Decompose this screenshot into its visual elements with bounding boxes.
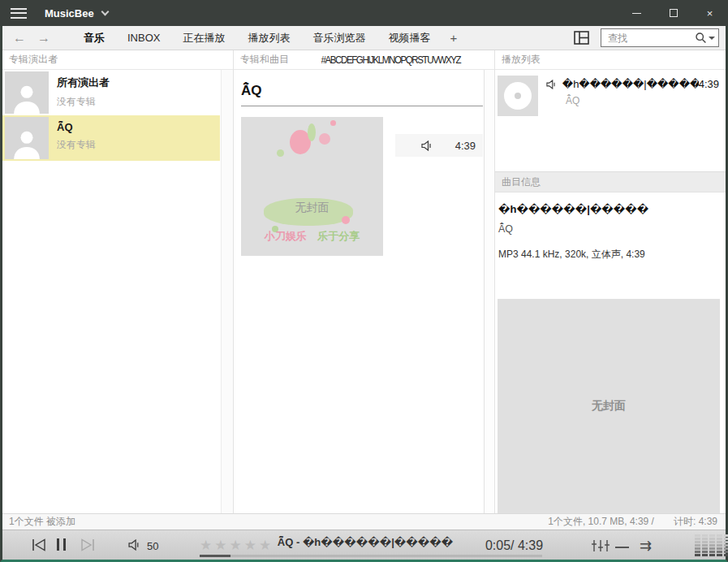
now-playing-text[interactable]: Ã̂Q - �h������|�����: [223, 536, 507, 548]
volume-level[interactable]: 50: [147, 540, 158, 552]
artists-scrollbar[interactable]: [221, 70, 233, 513]
tab-music-explorer[interactable]: 音乐浏览器: [301, 26, 377, 50]
tab-music[interactable]: 音乐: [72, 26, 116, 50]
playing-panel: 播放列表 �h������|����� 4:39 Ã̂Q: [495, 50, 726, 513]
tab-now-playing[interactable]: 正在播放: [171, 26, 236, 50]
speaker-icon: [546, 80, 557, 89]
search-input[interactable]: [606, 32, 695, 45]
player-bar: 50 ★★★★★ Ã̂Q - �h������|����� 0:05/ 4:39…: [2, 530, 726, 560]
app-title-label: MusicBee: [45, 7, 94, 19]
album-artists-panel: 专辑演出者 所有演出者 没有专辑: [2, 50, 234, 513]
seek-bar[interactable]: [200, 555, 542, 557]
add-tab-button[interactable]: +: [442, 26, 465, 50]
speaker-icon: [421, 140, 433, 151]
album-row: 无封面 小刀娱乐 乐于分享 4:39: [241, 117, 483, 256]
album-artists-header: 专辑演出者: [2, 50, 233, 70]
artist-row-all[interactable]: 所有演出者 没有专辑: [2, 70, 220, 115]
back-button[interactable]: ←: [7, 27, 32, 50]
track-duration: 4:39: [455, 140, 476, 152]
search-icon[interactable]: [695, 32, 707, 44]
forward-button[interactable]: →: [32, 27, 56, 50]
track-info-format: MP3 44.1 kHz, 320k, 立体声, 4:39: [498, 248, 719, 262]
artist-name: 所有演出者: [57, 76, 110, 90]
chevron-down-icon: [101, 7, 109, 15]
artist-name: Ã̂Q: [57, 121, 96, 133]
albums-tracks-headerbar: 专辑和曲目 #ABCDEFGHIJKLMNOPQRSTUVWXYZ: [234, 50, 494, 70]
track-info-header: 曲目信息: [495, 171, 726, 192]
playing-track-meta: �h������|����� 4:39 Ã̂Q: [538, 76, 719, 116]
search-box: [601, 28, 719, 47]
tab-inbox[interactable]: INBOX: [116, 26, 171, 50]
tab-video-podcast[interactable]: 视频播客: [377, 26, 442, 50]
track-row-playing[interactable]: 4:39: [395, 134, 483, 157]
watermark-text: 小刀娱乐 乐于分享: [241, 229, 383, 244]
volume-button[interactable]: [128, 539, 140, 551]
seek-progress-fill: [200, 555, 230, 557]
playing-track-row[interactable]: �h������|����� 4:39 Ã̂Q: [495, 70, 726, 116]
maximize-icon: [670, 9, 678, 17]
musicbee-window: MusicBee × ← → 音乐 INBOX 正在播放 播放列表 音乐浏览器 …: [0, 0, 728, 562]
minimize-button[interactable]: [618, 0, 655, 26]
album-cover-placeholder[interactable]: 无封面 小刀娱乐 乐于分享: [241, 117, 383, 256]
search-options-caret-icon[interactable]: [709, 37, 715, 40]
no-cover-label: 无封面: [592, 399, 626, 413]
close-icon: ×: [707, 7, 713, 19]
panel-layout-icon: [574, 31, 589, 45]
volume-icon: [128, 539, 140, 551]
artist-subtitle: 没有专辑: [57, 95, 110, 109]
artist-heading: Ã̂Q: [241, 83, 483, 106]
close-button[interactable]: ×: [691, 0, 728, 26]
pause-icon: [57, 538, 59, 551]
playback-time: 0:05/ 4:39: [476, 538, 553, 553]
track-info-title: �h������|�����: [498, 203, 719, 215]
artist-subtitle: 没有专辑: [57, 138, 96, 152]
next-button[interactable]: [80, 538, 95, 551]
pause-button[interactable]: [57, 538, 66, 551]
playing-track-title: �h������|�����: [562, 78, 699, 90]
visualizer[interactable]: [695, 534, 728, 556]
person-icon: [11, 81, 43, 114]
minimize-icon: [632, 13, 641, 14]
now-playing-cover-placeholder: 无封面: [498, 299, 720, 513]
main-content: 专辑演出者 所有演出者 没有专辑: [2, 50, 726, 513]
albums-tracks-panel: 专辑和曲目 #ABCDEFGHIJKLMNOPQRSTUVWXYZ Ã̂Q: [234, 50, 495, 513]
status-message: 1个文件 被添加: [2, 515, 75, 529]
navbar: ← → 音乐 INBOX 正在播放 播放列表 音乐浏览器 视频播客 +: [2, 26, 726, 50]
alphabet-jump-bar[interactable]: #ABCDEFGHIJKLMNOPQRSTUVWXYZ: [321, 54, 461, 66]
watermark-text-green: 乐于分享: [317, 230, 360, 242]
track-info-artist: Ã̂Q: [498, 223, 719, 235]
playing-list: �h������|����� 4:39 Ã̂Q: [495, 70, 726, 171]
panel-layout-button[interactable]: [574, 31, 589, 45]
maximize-button[interactable]: [655, 0, 691, 26]
previous-icon: [32, 538, 46, 551]
track-info: �h������|����� Ã̂Q MP3 44.1 kHz, 320k, 立…: [495, 192, 726, 299]
equalizer-button[interactable]: [592, 540, 610, 551]
window-controls: ×: [618, 0, 728, 26]
tab-bar: 音乐 INBOX 正在播放 播放列表 音乐浏览器 视频播客 +: [72, 26, 465, 50]
artist-avatar: [5, 71, 49, 114]
status-bar: 1个文件 被添加 1个文件, 10.7 MB, 4:39 / 计时: 4:39: [2, 513, 726, 530]
shuffle-button[interactable]: ⇉: [640, 537, 652, 555]
person-icon: [11, 127, 43, 159]
tab-playlists[interactable]: 播放列表: [236, 26, 301, 50]
playlist-header: 播放列表: [495, 50, 726, 70]
app-title[interactable]: MusicBee: [45, 7, 108, 19]
main-menu-icon[interactable]: [11, 8, 27, 19]
playing-track-artist: Ã̂Q: [566, 95, 719, 106]
stop-after-current-button[interactable]: [615, 547, 629, 548]
albums-tracks-header: 专辑和曲目: [234, 50, 289, 70]
artist-meta: 所有演出者 没有专辑: [49, 70, 110, 115]
no-cover-label: 无封面: [241, 201, 383, 215]
next-icon: [80, 538, 95, 551]
artist-row-selected[interactable]: Ã̂Q 没有专辑: [2, 115, 220, 161]
previous-button[interactable]: [32, 538, 46, 551]
artist-avatar: [5, 117, 49, 159]
album-track-list: 4:39: [395, 117, 483, 256]
artist-meta: Ã̂Q 没有专辑: [49, 115, 96, 161]
albums-scrollbar[interactable]: [484, 70, 494, 513]
watermark-text-pink: 小刀娱乐: [265, 230, 307, 242]
status-file-summary: 1个文件, 10.7 MB, 4:39 /: [548, 515, 654, 529]
cd-icon: [498, 76, 538, 116]
equalizer-icon: [592, 540, 610, 551]
playing-track-duration: 4:39: [699, 78, 719, 90]
